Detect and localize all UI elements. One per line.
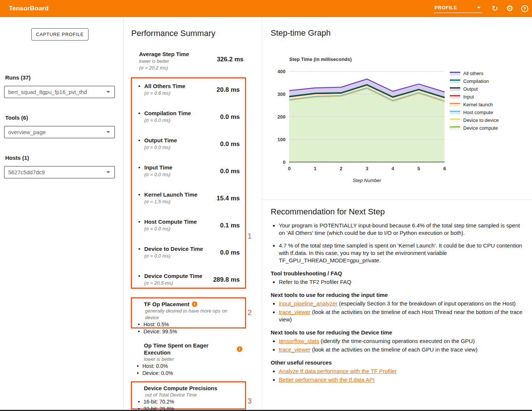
runs-select-value: bert_squad_8gpu_fp16_pvt_thd [8, 89, 87, 95]
list-item: •Host: 0.5% [138, 321, 241, 328]
legend-label: Compilation [463, 78, 489, 84]
link[interactable]: Better performance with the tf.data API [279, 376, 375, 383]
refresh-icon[interactable]: ↻ [487, 1, 502, 16]
group-heading: Next tools to use for reducing the Devic… [271, 329, 527, 336]
bullet-icon: • [138, 110, 144, 124]
hosts-label: Hosts (1) [5, 155, 29, 161]
link[interactable]: trace_viewer [279, 309, 310, 315]
svg-text:1: 1 [314, 166, 316, 171]
legend-label: Kernel launch [463, 102, 493, 107]
runs-label: Runs (37) [5, 74, 30, 81]
metric-sigma: (σ = 0.0 ms) [144, 226, 197, 232]
eager-execution-note: lower is better [144, 356, 242, 363]
capture-profile-button[interactable]: CAPTURE PROFILE [31, 28, 88, 41]
legend-swatch-icon [450, 87, 460, 91]
svg-text:Step Number: Step Number [353, 178, 381, 183]
step-time-graph-title: Step-time Graph [271, 28, 331, 38]
svg-text:Step Time (in milliseconds): Step Time (in milliseconds) [289, 56, 352, 62]
metric-label: Device to Device Time [144, 245, 203, 253]
device-precisions-title: Device Compute Precisions [144, 385, 217, 392]
svg-text:100: 100 [277, 137, 286, 142]
svg-text:3: 3 [365, 166, 368, 171]
chevron-down-icon [477, 7, 481, 9]
legend-swatch-icon [450, 118, 460, 122]
metric-label: Input Time [144, 164, 173, 171]
metric-sigma: (σ = 20.2 ms) [139, 65, 189, 71]
metric-value: 20.8 ms [217, 86, 240, 97]
legend-item: Compilation [450, 78, 499, 84]
bullet-icon: • [138, 82, 144, 97]
metric-sigma: (σ = 20.5 ms) [144, 280, 202, 287]
metric-row: • Output Time (σ = 0.0 ms) 0.0 ms [138, 137, 240, 151]
group-item: Analyze tf.data performance with the TF … [279, 368, 527, 375]
group-item: trace_viewer (look at the activities on … [279, 346, 527, 353]
group-item: input_pipeline_analyzer (especially Sect… [279, 300, 527, 307]
annotation-box-1: • All Others Time (σ = 0.6 ms) 20.8 ms •… [131, 77, 246, 289]
legend-swatch-icon [450, 102, 460, 107]
link[interactable]: tensorflow_stats [279, 338, 319, 344]
sidebar: CAPTURE PROFILE Runs (37) bert_squad_8gp… [0, 17, 123, 411]
legend-item: Device to device [450, 117, 499, 123]
info-icon[interactable]: i [192, 301, 197, 307]
link[interactable]: input_pipeline_analyzer [279, 300, 338, 307]
svg-text:0: 0 [288, 166, 290, 171]
settings-gear-icon[interactable]: ⚙ [502, 1, 517, 16]
tools-label: Tools (6) [5, 114, 28, 121]
runs-select[interactable]: bert_squad_8gpu_fp16_pvt_thd [4, 86, 115, 98]
svg-text:5: 5 [417, 166, 420, 171]
svg-text:6: 6 [443, 166, 446, 171]
annotation-box-2: TF Op Placement i generally desired to h… [131, 297, 246, 329]
annotation-box-3: Device Compute Precisions out of Total D… [131, 381, 246, 410]
group-item: Refer to the TF2 Profiler FAQ [279, 278, 527, 286]
tools-select[interactable]: overview_page [4, 126, 115, 138]
legend-label: All others [463, 71, 483, 76]
help-icon[interactable]: ? [517, 1, 532, 16]
metric-value: 0.0 ms [220, 168, 240, 178]
link[interactable]: trace_viewer [279, 346, 310, 353]
right-panel: Step-time Graph Step Time (in millisecon… [262, 17, 532, 411]
hosts-select[interactable]: 5627c5dd7dc9 [4, 166, 115, 178]
step-time-chart-svg: Step Time (in milliseconds)0100200300400… [275, 54, 461, 184]
metric-value: 326.2 ms [217, 56, 244, 71]
group-heading: Tool troubleshooting / FAQ [271, 270, 527, 277]
info-icon[interactable]: i [237, 346, 242, 352]
group-item: trace_viewer (look at the activities on … [279, 308, 527, 323]
metric-row: • Host Compute Time (σ = 0.0 ms) 0.1 ms [138, 218, 240, 232]
svg-text:200: 200 [277, 114, 286, 120]
metric-value: 289.8 ms [213, 276, 240, 287]
list-item: •Device: 99.5% [138, 328, 241, 335]
app-header: TensorBoard PROFILE ↻ ⚙ ? [0, 0, 532, 17]
list-item: •16-bit: 70.2% [138, 398, 241, 405]
annotation-number-1: 1 [248, 232, 252, 240]
svg-text:4: 4 [391, 166, 394, 171]
performance-summary-title: Performance Summary [131, 29, 215, 38]
legend-label: Host compute [463, 110, 493, 115]
legend-item: Host compute [450, 110, 499, 115]
metric-sigma: (σ = 0.0 ms) [144, 144, 177, 151]
tf-op-placement-title: TF Op Placement [144, 301, 190, 308]
bullet-icon: • [137, 363, 142, 370]
metric-note: lower is better [139, 58, 189, 65]
group-item: Better performance with the tf.data API [279, 376, 527, 384]
section-divider [262, 200, 532, 200]
svg-text:400: 400 [277, 69, 286, 74]
recommendation-group: Next tools to use for reducing the Devic… [271, 329, 527, 353]
bullet-icon: • [138, 164, 144, 178]
group-heading: Other useful resources [271, 359, 527, 366]
metric-label: Average Step Time [139, 51, 189, 58]
bullet-icon: • [138, 137, 144, 151]
metric-value: 0.0 ms [220, 140, 240, 151]
recommendation-title: Recommendation for Next Step [271, 207, 527, 217]
bullet-icon: • [137, 370, 142, 377]
bullet-icon: • [138, 328, 144, 335]
metric-row: • Input Time (σ = 0.0 ms) 0.0 ms [138, 164, 240, 178]
metric-label: Output Time [144, 137, 177, 144]
legend-item: Input [450, 94, 499, 99]
bullet-icon: • [138, 218, 144, 232]
dashboard-select[interactable]: PROFILE [434, 4, 482, 13]
svg-text:2: 2 [340, 166, 342, 171]
bullet-icon: • [138, 398, 144, 405]
metric-label: Host Compute Time [144, 218, 197, 226]
legend-label: Device compute [463, 125, 498, 131]
link[interactable]: Analyze tf.data performance with the TF … [279, 368, 397, 374]
